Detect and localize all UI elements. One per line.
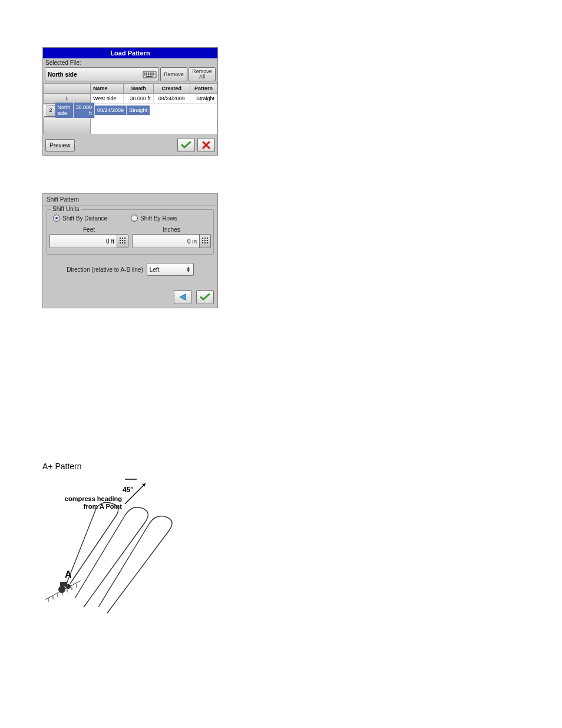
shift-units-legend: Shift Units [51,206,81,212]
shift-units-fieldset: Shift Units Shift By Distance Shift By R… [47,209,214,255]
svg-rect-23 [124,242,125,243]
svg-rect-5 [151,73,153,74]
radio-dot-icon [131,215,138,222]
keyboard-icon [143,70,157,79]
back-button[interactable] [174,290,191,304]
svg-rect-17 [124,238,125,239]
svg-rect-11 [151,74,153,75]
svg-rect-18 [120,240,121,241]
svg-rect-26 [207,238,208,239]
svg-rect-31 [204,242,206,243]
caption-line1: compress heading [65,495,122,502]
svg-rect-29 [207,240,208,241]
radio-dot-icon [53,215,60,222]
preview-button[interactable]: Preview [45,139,75,151]
inches-input[interactable]: 0 in [132,234,211,248]
svg-rect-8 [146,74,147,75]
svg-rect-27 [202,240,203,241]
cancel-button[interactable] [197,138,215,152]
svg-rect-19 [122,240,123,241]
close-icon [202,141,210,149]
selected-file-field[interactable]: North side [45,67,159,81]
confirm-button[interactable] [196,290,214,304]
feet-label: Feet [49,226,128,233]
svg-rect-9 [148,74,149,75]
svg-rect-4 [150,73,151,74]
svg-rect-24 [202,238,203,239]
aplus-heading: A+ Pattern [42,462,562,471]
svg-rect-21 [120,242,121,243]
table-row[interactable]: 2 North side 30.000 ft 08/24/2009 Straig… [44,104,91,117]
svg-rect-3 [148,73,149,74]
aplus-diagram: 45° compress heading from A Point [42,475,213,622]
feet-value: 0 ft [50,235,117,248]
confirm-button[interactable] [177,138,195,152]
load-pattern-title: Load Pattern [43,48,217,58]
selected-file-value: North side [45,71,143,78]
check-icon [200,293,210,301]
svg-rect-15 [120,238,121,239]
selected-file-label: Selected File: [43,58,217,66]
svg-rect-2 [146,73,147,74]
col-pattern: Pattern [190,84,217,94]
direction-value: Left [150,266,160,273]
svg-rect-20 [124,240,125,241]
col-created: Created [153,84,190,94]
remove-all-button[interactable]: Remove All [189,67,216,81]
arrow-left-icon [178,293,187,301]
svg-rect-28 [204,240,206,241]
svg-rect-45 [60,582,67,587]
shift-pattern-dialog: Shift Pattern Shift Units Shift By Dista… [42,193,218,308]
shift-pattern-title: Shift Pattern [43,194,217,206]
svg-rect-13 [146,76,153,77]
angle-label: 45° [123,486,133,494]
feet-input[interactable]: 0 ft [49,234,128,248]
remove-button[interactable]: Remove [160,67,187,81]
svg-point-43 [58,586,65,593]
svg-rect-30 [202,242,203,243]
inches-label: Inches [132,226,211,233]
svg-rect-6 [153,73,154,74]
svg-rect-10 [150,74,151,75]
col-swath: Swath [123,84,153,94]
radio-shift-by-rows[interactable]: Shift By Rows [131,215,177,222]
table-row [44,117,217,134]
load-pattern-dialog: Load Pattern Selected File: North side R… [42,47,218,156]
svg-rect-16 [122,238,123,239]
col-name: Name [91,84,124,94]
direction-label: Direction (relative to A-B line) [67,266,143,273]
pattern-table: Name Swath Created Pattern 1 West side 3… [43,83,217,134]
point-a-label: A [65,569,72,579]
keypad-icon[interactable] [117,235,128,248]
svg-rect-1 [144,73,146,74]
keypad-icon[interactable] [199,235,210,248]
svg-rect-25 [204,238,206,239]
inches-value: 0 in [133,235,199,248]
col-index [44,84,91,94]
svg-rect-7 [144,74,146,75]
direction-select[interactable]: Left ▲▼ [147,263,194,276]
stepper-arrows-icon: ▲▼ [186,266,191,272]
svg-rect-12 [153,74,154,75]
svg-rect-32 [207,242,208,243]
check-icon [181,141,191,149]
svg-rect-22 [122,242,123,243]
radio-shift-by-distance[interactable]: Shift By Distance [53,215,107,222]
